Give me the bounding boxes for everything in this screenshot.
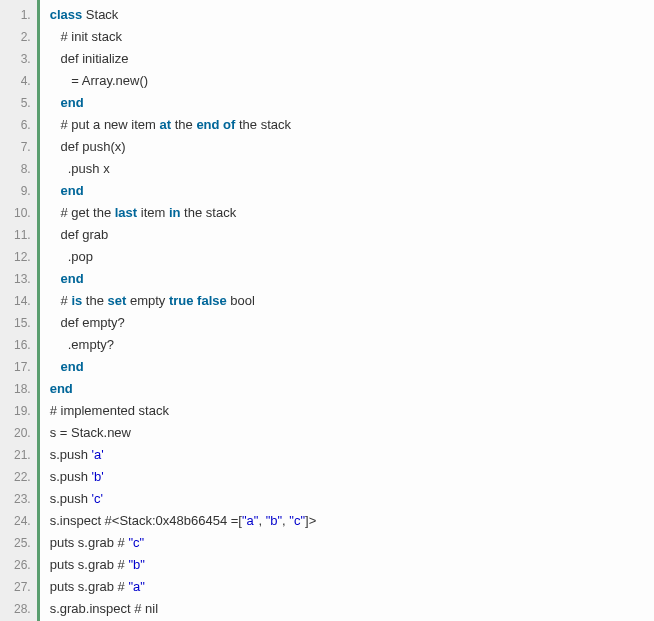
code-token: in: [169, 205, 181, 220]
code-token: # init stack: [50, 29, 122, 44]
code-line: # put a new item at the end of the stack: [50, 114, 654, 136]
line-number: 18.: [14, 378, 31, 400]
code-token: the: [82, 293, 107, 308]
code-token: bool: [227, 293, 255, 308]
code-line: end: [50, 356, 654, 378]
line-number: 14.: [14, 290, 31, 312]
code-line: class Stack: [50, 4, 654, 26]
line-number: 9.: [14, 180, 31, 202]
code-token: .empty?: [50, 337, 114, 352]
code-token: is: [71, 293, 82, 308]
code-token: the stack: [181, 205, 237, 220]
line-number: 15.: [14, 312, 31, 334]
line-number: 23.: [14, 488, 31, 510]
code-token: #: [50, 293, 72, 308]
line-number: 3.: [14, 48, 31, 70]
code-line: .empty?: [50, 334, 654, 356]
code-token: s = Stack.new: [50, 425, 131, 440]
code-line: s.push 'a': [50, 444, 654, 466]
code-line: puts s.grab # "a": [50, 576, 654, 598]
code-token: end: [50, 381, 73, 396]
code-token: "c": [289, 513, 305, 528]
code-line: def empty?: [50, 312, 654, 334]
code-token: s.push: [50, 447, 92, 462]
code-token: puts s.grab #: [50, 535, 129, 550]
code-line: end: [50, 92, 654, 114]
line-number: 12.: [14, 246, 31, 268]
code-line: # get the last item in the stack: [50, 202, 654, 224]
code-token: [50, 183, 61, 198]
code-token: # get the: [50, 205, 115, 220]
code-token: 'a': [92, 447, 104, 462]
code-token: # implemented stack: [50, 403, 169, 418]
code-token: end: [61, 359, 84, 374]
code-line: s = Stack.new: [50, 422, 654, 444]
line-number-gutter: 1.2.3.4.5.6.7.8.9.10.11.12.13.14.15.16.1…: [0, 0, 37, 621]
code-content: class Stack # init stack def initialize …: [37, 0, 654, 621]
code-token: def push(x): [50, 139, 126, 154]
line-number: 1.: [14, 4, 31, 26]
code-token: class: [50, 7, 83, 22]
code-token: # put a new item: [50, 117, 160, 132]
code-token: at: [160, 117, 172, 132]
code-line: s.push 'b': [50, 466, 654, 488]
code-token: end: [61, 271, 84, 286]
line-number: 22.: [14, 466, 31, 488]
code-token: end: [61, 183, 84, 198]
line-number: 11.: [14, 224, 31, 246]
code-token: .pop: [50, 249, 93, 264]
code-token: item: [137, 205, 169, 220]
code-token: "b": [128, 557, 144, 572]
code-line: # init stack: [50, 26, 654, 48]
code-token: s.push: [50, 491, 92, 506]
code-token: "c": [128, 535, 144, 550]
line-number: 24.: [14, 510, 31, 532]
code-token: puts s.grab #: [50, 557, 129, 572]
code-line: def push(x): [50, 136, 654, 158]
code-token: last: [115, 205, 137, 220]
line-number: 2.: [14, 26, 31, 48]
line-number: 28.: [14, 598, 31, 620]
code-line: end: [50, 268, 654, 290]
code-line: = Array.new(): [50, 70, 654, 92]
code-token: Stack: [82, 7, 118, 22]
code-token: s.inspect #<Stack:0x48b66454 =[: [50, 513, 242, 528]
line-number: 13.: [14, 268, 31, 290]
line-number: 7.: [14, 136, 31, 158]
code-token: true false: [169, 293, 227, 308]
code-line: s.inspect #<Stack:0x48b66454 =["a", "b",…: [50, 510, 654, 532]
code-token: end: [61, 95, 84, 110]
code-token: "a": [128, 579, 144, 594]
code-line: end: [50, 180, 654, 202]
code-line: # is the set empty true false bool: [50, 290, 654, 312]
code-token: def initialize: [50, 51, 129, 66]
code-token: "a": [242, 513, 258, 528]
code-line: def grab: [50, 224, 654, 246]
code-line: def initialize: [50, 48, 654, 70]
line-number: 10.: [14, 202, 31, 224]
code-token: [50, 95, 61, 110]
line-number: 20.: [14, 422, 31, 444]
line-number: 26.: [14, 554, 31, 576]
code-token: .push x: [50, 161, 110, 176]
code-line: .push x: [50, 158, 654, 180]
line-number: 27.: [14, 576, 31, 598]
code-line: puts s.grab # "c": [50, 532, 654, 554]
code-token: s.push: [50, 469, 92, 484]
code-line: # implemented stack: [50, 400, 654, 422]
line-number: 5.: [14, 92, 31, 114]
code-line: end: [50, 378, 654, 400]
code-token: [50, 359, 61, 374]
code-block: 1.2.3.4.5.6.7.8.9.10.11.12.13.14.15.16.1…: [0, 0, 654, 621]
code-token: = Array.new(): [50, 73, 148, 88]
line-number: 17.: [14, 356, 31, 378]
line-number: 21.: [14, 444, 31, 466]
code-token: def grab: [50, 227, 109, 242]
line-number: 25.: [14, 532, 31, 554]
code-token: set: [108, 293, 127, 308]
code-token: [50, 271, 61, 286]
code-token: 'b': [92, 469, 104, 484]
code-token: def empty?: [50, 315, 125, 330]
line-number: 19.: [14, 400, 31, 422]
code-token: puts s.grab #: [50, 579, 129, 594]
